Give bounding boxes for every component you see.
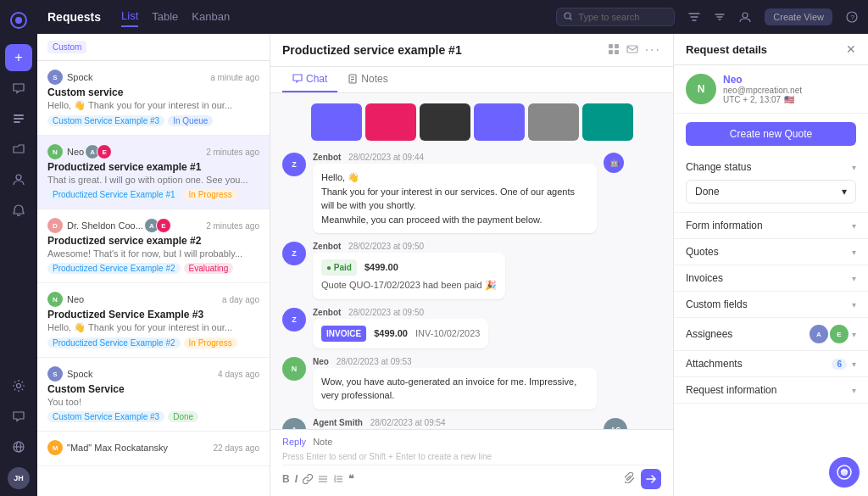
bot-icon: 🤖 [604, 153, 624, 173]
italic-button[interactable]: I [295, 473, 298, 485]
custom-fields-section: Custom fields ▾ [674, 292, 868, 318]
tag-status: In Queue [168, 115, 213, 126]
status-select[interactable]: Done ▾ [686, 180, 856, 203]
tab-list[interactable]: List [121, 6, 138, 27]
filter-icon[interactable] [688, 11, 700, 23]
send-button[interactable] [641, 469, 661, 489]
chevron-down-icon: ▾ [852, 386, 856, 395]
search-box[interactable]: Type to search [556, 8, 675, 26]
tab-table[interactable]: Table [152, 7, 178, 26]
attachments-header[interactable]: Attachments 6 ▾ [674, 351, 868, 376]
brand-logo [829, 457, 860, 488]
assignees-header[interactable]: Assignees A E ▾ [674, 318, 868, 350]
form-information-section: Form information ▾ [674, 213, 868, 239]
list-item[interactable]: M "Mad" Max Rockatansky 22 days ago [37, 432, 270, 466]
sidebar-item-requests[interactable] [5, 105, 32, 132]
item-preview: You too! [47, 397, 259, 407]
email-icon[interactable] [626, 43, 638, 58]
quotes-header[interactable]: Quotes ▾ [674, 239, 868, 265]
list-item[interactable]: N Neo A E 2 minutes ago Productized serv… [37, 136, 270, 209]
attachment-img[interactable] [528, 103, 579, 141]
request-details-panel: Request details ✕ N Neo neo@mpcreation.n… [673, 34, 868, 496]
chat-title: Productized service example #1 [282, 43, 462, 57]
sidebar-item-chat[interactable] [5, 75, 32, 102]
search-icon [564, 12, 573, 21]
close-icon[interactable]: ✕ [846, 42, 856, 56]
message-content: Zenbot 28/02/2023 at 09:50 INVOICE $499.… [313, 308, 488, 348]
item-tags: Productized Service Example #1 In Progre… [47, 189, 259, 200]
tag-service: Productized Service Example #2 [47, 337, 181, 348]
sort-icon[interactable] [714, 11, 726, 23]
tag-status: Done [168, 411, 198, 422]
assignees-avatars: A E [810, 325, 849, 343]
link-button[interactable] [303, 474, 313, 484]
change-status-header[interactable]: Change status ▾ [674, 154, 868, 180]
avatar: N [47, 144, 63, 159]
avatar: E [97, 144, 112, 159]
item-time: 2 minutes ago [206, 148, 259, 157]
sidebar-item-chat2[interactable] [5, 403, 32, 430]
chat-tab-icon [292, 74, 303, 84]
tab-chat[interactable]: Chat [282, 67, 337, 92]
attachment-img[interactable] [420, 103, 470, 141]
list-item[interactable]: S Spock 4 days ago Custom Service You to… [37, 358, 270, 432]
user-name[interactable]: Neo [723, 74, 856, 86]
filter-tag[interactable]: Custom [47, 41, 86, 53]
item-tags: Productized Service Example #2 In Progre… [47, 337, 259, 348]
chat-input-area: Reply Note Press Enter to send or Shift … [270, 429, 673, 496]
ordered-list-button[interactable]: 123 [333, 474, 343, 484]
request-information-header[interactable]: Request information ▾ [674, 377, 868, 403]
list-button[interactable] [318, 474, 328, 484]
request-information-section: Request information ▾ [674, 377, 868, 404]
attach-button[interactable] [625, 472, 636, 486]
tag-status: In Progress [184, 337, 237, 348]
input-hint: Press Enter to send or Shift + Enter to … [282, 452, 661, 461]
grid-icon[interactable] [608, 43, 620, 58]
input-tabs: Reply Note [282, 437, 661, 447]
assignees-section: Assignees A E ▾ [674, 318, 868, 351]
attachment-img[interactable] [311, 103, 362, 141]
attachment-img[interactable] [365, 103, 416, 141]
more-icon[interactable]: ··· [645, 42, 661, 58]
list-item[interactable]: N Neo a day ago Productized Service Exam… [37, 283, 270, 358]
item-time: a day ago [222, 295, 259, 304]
sidebar-item-bell[interactable] [5, 197, 32, 224]
list-item[interactable]: D Dr. Sheldon Coo... A E 2 minutes ago P… [37, 209, 270, 283]
item-title: Productized Service Example #3 [47, 309, 259, 320]
svg-rect-13 [609, 44, 613, 48]
assignee-avatar: A [810, 325, 828, 343]
user-avatar-sidebar[interactable]: JH [8, 467, 30, 489]
chat-area: Productized service example #1 ··· [270, 34, 673, 496]
item-preview: Hello, 👋 Thank you for your interest in … [47, 322, 259, 333]
invoices-header[interactable]: Invoices ▾ [674, 265, 868, 291]
sidebar-item-folder[interactable] [5, 136, 32, 163]
svg-rect-2 [14, 114, 24, 116]
message-meta: Zenbot 28/02/2023 at 09:50 [313, 242, 505, 251]
attachments-section: Attachments 6 ▾ [674, 351, 868, 377]
tab-notes[interactable]: Notes [337, 67, 398, 92]
create-view-button[interactable]: Create View [765, 8, 832, 25]
attachment-img[interactable] [582, 103, 633, 141]
bold-button[interactable]: B [282, 473, 290, 485]
note-tab[interactable]: Note [313, 437, 332, 447]
create-quote-button[interactable]: Create new Quote [686, 122, 856, 146]
item-author: S Spock [47, 70, 93, 85]
panel-title: Request details [686, 43, 767, 56]
avatar: S [47, 366, 63, 382]
sidebar-item-settings[interactable] [5, 372, 32, 399]
tab-kanban[interactable]: Kanban [192, 7, 230, 26]
user-timezone: UTC + 2, 13:07 🇺🇸 [723, 95, 856, 104]
form-information-header[interactable]: Form information ▾ [674, 213, 868, 238]
custom-fields-header[interactable]: Custom fields ▾ [674, 292, 868, 317]
attachment-img[interactable] [474, 103, 525, 141]
quote-button[interactable]: ❝ [348, 473, 353, 485]
help-icon[interactable]: ? [846, 11, 858, 23]
tag-service: Custom Service Example #3 [47, 115, 164, 126]
sidebar-item-add[interactable]: + [5, 44, 32, 71]
account-icon[interactable] [739, 11, 751, 23]
reply-tab[interactable]: Reply [282, 437, 306, 447]
sidebar-item-users[interactable] [5, 166, 32, 193]
list-item[interactable]: S Spock a minute ago Custom service Hell… [37, 61, 270, 136]
item-title: Productized service example #2 [47, 235, 259, 247]
sidebar-item-globe[interactable] [5, 433, 32, 460]
